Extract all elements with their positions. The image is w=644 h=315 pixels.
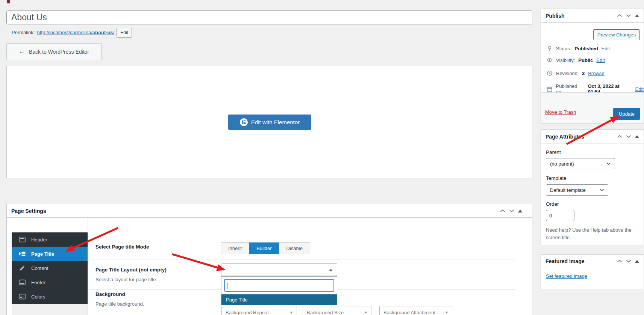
- chevron-up-icon: [329, 269, 332, 271]
- mode-builder-button[interactable]: Builder: [249, 243, 279, 254]
- published-on-edit-link[interactable]: Edit: [635, 86, 644, 92]
- background-field-description: Page title background.: [95, 301, 144, 307]
- move-up-icon[interactable]: [617, 14, 622, 17]
- chevron-down-icon: [364, 312, 367, 313]
- nav-item-colors[interactable]: Colors: [12, 289, 88, 304]
- move-down-icon[interactable]: [626, 259, 631, 263]
- featured-image-title: Featured image: [546, 258, 584, 264]
- header-icon: [18, 236, 26, 243]
- page-title-input[interactable]: [6, 11, 532, 24]
- chevron-down-icon: [445, 312, 448, 313]
- publish-title: Publish: [546, 13, 565, 19]
- parent-label: Parent: [546, 149, 561, 155]
- nav-item-label: Content: [31, 265, 48, 271]
- page-settings-header: Page Settings: [7, 204, 532, 218]
- mode-field-label: Select Page title Mode: [95, 244, 149, 250]
- page-title-icon: [18, 250, 26, 258]
- move-up-icon[interactable]: [617, 135, 622, 138]
- background-attachment-select[interactable]: Background Attachment: [379, 306, 452, 315]
- status-value: Published: [574, 46, 598, 51]
- revisions-row: Revisions: 3 Browse: [547, 70, 605, 76]
- nav-item-label: Page Title: [31, 251, 54, 257]
- mode-inherit-button[interactable]: Inherit: [221, 243, 249, 254]
- visibility-row: Visibility: Public Edit: [547, 57, 605, 63]
- layout-search-input[interactable]: [224, 279, 334, 292]
- visibility-edit-link[interactable]: Edit: [596, 57, 605, 63]
- back-button-label: Back to WordPress Editor: [29, 49, 89, 55]
- settings-nav-column: Header Page Title Content Footer Colors: [12, 232, 88, 315]
- status-row: Status: Published Edit: [547, 45, 610, 51]
- publishing-actions: Move to Trash Update: [541, 92, 644, 124]
- revisions-label: Revisions:: [556, 71, 579, 76]
- back-arrow-icon: ←: [19, 48, 25, 56]
- background-field-label: Background: [95, 291, 125, 297]
- back-to-wordpress-editor-button[interactable]: ← Back to WordPress Editor: [6, 43, 102, 60]
- background-repeat-select[interactable]: Background Repeat: [221, 306, 297, 315]
- settings-nav-menu: Header Page Title Content Footer Colors: [12, 232, 88, 304]
- publish-panel: Publish Preview Changes Status: Publishe…: [541, 9, 644, 124]
- page-attributes-panel: Page Attributes Parent (no parent) Templ…: [541, 130, 644, 245]
- update-button[interactable]: Update: [613, 108, 640, 120]
- nav-item-label: Colors: [31, 294, 45, 300]
- template-select[interactable]: Default template: [546, 184, 608, 196]
- text-caret: [227, 283, 227, 289]
- nav-item-label: Header: [31, 237, 47, 243]
- chevron-down-icon: [606, 162, 611, 165]
- layout-option-page-title[interactable]: Page Title: [221, 294, 337, 305]
- nav-item-content[interactable]: Content: [12, 261, 88, 275]
- permalink-edit-button[interactable]: Edit: [117, 28, 132, 38]
- layout-field-label: Page Title Layout (not empty): [95, 267, 167, 273]
- elementor-logo-icon: [240, 118, 248, 126]
- collapse-toggle-icon[interactable]: [518, 209, 522, 213]
- revisions-browse-link[interactable]: Browse: [588, 71, 604, 76]
- calendar-icon: [547, 86, 552, 92]
- template-select-value: Default template: [550, 187, 586, 193]
- status-label: Status:: [556, 46, 571, 51]
- collapse-toggle-icon[interactable]: [635, 14, 639, 17]
- collapse-toggle-icon[interactable]: [635, 135, 639, 138]
- colors-icon: [18, 293, 26, 300]
- permalink-slug: about-us: [92, 30, 113, 35]
- nav-item-header[interactable]: Header: [12, 232, 88, 247]
- collapse-toggle-icon[interactable]: [635, 260, 639, 263]
- move-up-icon[interactable]: [500, 209, 505, 213]
- attributes-help-text: Need help? Use the Help tab above the sc…: [546, 226, 638, 241]
- layout-select-dropdown: Page Title: [221, 276, 337, 305]
- visibility-value: Public: [578, 57, 593, 63]
- background-attachment-placeholder: Background Attachment: [383, 310, 435, 315]
- page-title-layout-select[interactable]: [221, 263, 337, 276]
- publish-header: Publish: [541, 9, 644, 23]
- permalink-link[interactable]: http://localhost/carmelina/about-us/: [37, 30, 114, 35]
- set-featured-image-link[interactable]: Set featured image: [546, 273, 587, 279]
- nav-item-page-title[interactable]: Page Title: [12, 247, 88, 261]
- move-down-icon[interactable]: [626, 135, 631, 138]
- move-up-icon[interactable]: [617, 259, 622, 263]
- move-down-icon[interactable]: [509, 209, 514, 213]
- elementor-button-label: Edit with Elementor: [251, 119, 300, 125]
- permalink-label: Permalink:: [12, 30, 35, 35]
- chevron-down-icon: [600, 188, 604, 191]
- page-attributes-header: Page Attributes: [541, 130, 644, 143]
- revisions-value: 3: [582, 71, 585, 76]
- page-title-mode-group: Inherit Builder Disable: [221, 242, 310, 254]
- order-input[interactable]: [546, 210, 574, 221]
- parent-select[interactable]: (no parent): [546, 158, 615, 169]
- move-down-icon[interactable]: [626, 14, 631, 17]
- edit-with-elementor-button[interactable]: Edit with Elementor: [228, 115, 311, 130]
- chevron-down-icon: [290, 312, 293, 313]
- page-settings-title: Page Settings: [11, 208, 46, 214]
- preview-changes-button[interactable]: Preview Changes: [593, 29, 640, 40]
- template-label: Template: [546, 175, 567, 181]
- admin-bar-fragment: [7, 0, 10, 3]
- background-repeat-placeholder: Background Repeat: [226, 310, 269, 315]
- background-size-select[interactable]: Background Size: [303, 306, 371, 315]
- featured-image-panel: Featured image Set featured image: [541, 254, 644, 289]
- footer-icon: [18, 279, 26, 286]
- layout-field-description: Select a layout for page title.: [95, 277, 157, 282]
- eye-icon: [547, 57, 553, 63]
- mode-disable-button[interactable]: Disable: [279, 243, 310, 254]
- nav-item-footer[interactable]: Footer: [12, 275, 88, 289]
- page-attributes-title: Page Attributes: [546, 134, 584, 140]
- move-to-trash-link[interactable]: Move to Trash: [545, 109, 576, 115]
- status-edit-link[interactable]: Edit: [602, 46, 610, 51]
